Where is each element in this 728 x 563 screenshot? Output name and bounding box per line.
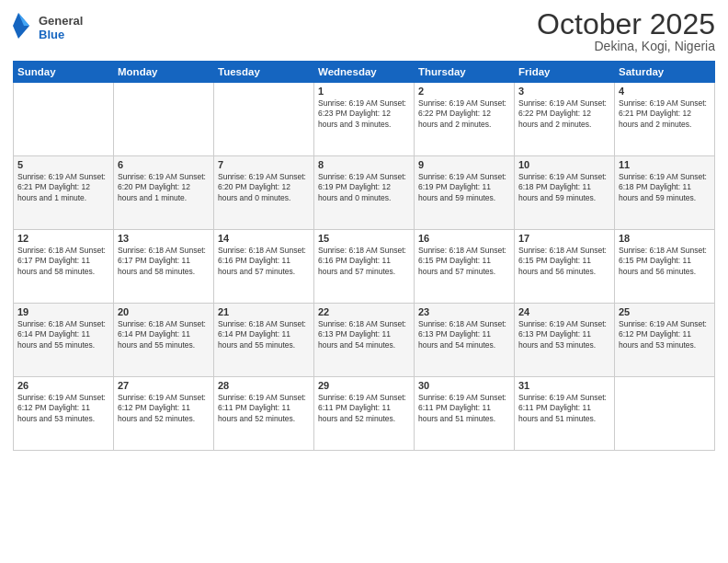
page-header: General Blue October 2025 Dekina, Kogi, … [13, 9, 715, 53]
day-info: Sunrise: 6:18 AM Sunset: 6:15 PM Dayligh… [619, 246, 711, 277]
day-info: Sunrise: 6:19 AM Sunset: 6:20 PM Dayligh… [218, 172, 310, 203]
table-row: 22Sunrise: 6:18 AM Sunset: 6:13 PM Dayli… [314, 304, 415, 377]
day-info: Sunrise: 6:19 AM Sunset: 6:18 PM Dayligh… [619, 172, 711, 203]
day-info: Sunrise: 6:19 AM Sunset: 6:11 PM Dayligh… [518, 393, 610, 424]
day-number: 19 [17, 306, 109, 317]
table-row [615, 377, 715, 451]
day-info: Sunrise: 6:19 AM Sunset: 6:22 PM Dayligh… [518, 98, 610, 130]
col-saturday: Saturday [615, 62, 715, 83]
title-block: October 2025 Dekina, Kogi, Nigeria [537, 9, 715, 53]
day-info: Sunrise: 6:18 AM Sunset: 6:14 PM Dayligh… [118, 319, 210, 350]
day-info: Sunrise: 6:18 AM Sunset: 6:15 PM Dayligh… [518, 246, 610, 277]
day-info: Sunrise: 6:19 AM Sunset: 6:19 PM Dayligh… [318, 172, 410, 203]
table-row: 6Sunrise: 6:19 AM Sunset: 6:20 PM Daylig… [114, 156, 214, 230]
table-row: 11Sunrise: 6:19 AM Sunset: 6:18 PM Dayli… [615, 156, 715, 230]
table-row: 1Sunrise: 6:19 AM Sunset: 6:23 PM Daylig… [314, 83, 415, 156]
day-number: 4 [619, 86, 711, 97]
day-info: Sunrise: 6:19 AM Sunset: 6:12 PM Dayligh… [118, 393, 210, 424]
table-row: 28Sunrise: 6:19 AM Sunset: 6:11 PM Dayli… [214, 377, 314, 451]
month-title: October 2025 [537, 9, 715, 39]
day-info: Sunrise: 6:19 AM Sunset: 6:13 PM Dayligh… [518, 319, 610, 350]
day-info: Sunrise: 6:19 AM Sunset: 6:11 PM Dayligh… [318, 393, 410, 424]
day-info: Sunrise: 6:18 AM Sunset: 6:16 PM Dayligh… [218, 246, 310, 277]
day-info: Sunrise: 6:18 AM Sunset: 6:13 PM Dayligh… [318, 319, 410, 350]
table-row [14, 83, 114, 156]
table-row: 19Sunrise: 6:18 AM Sunset: 6:14 PM Dayli… [14, 304, 114, 377]
table-row: 17Sunrise: 6:18 AM Sunset: 6:15 PM Dayli… [515, 230, 615, 304]
day-number: 10 [518, 159, 610, 170]
day-info: Sunrise: 6:19 AM Sunset: 6:20 PM Dayligh… [118, 172, 210, 203]
day-number: 25 [619, 306, 711, 317]
day-number: 12 [17, 233, 109, 244]
day-number: 17 [518, 233, 610, 244]
day-number: 7 [218, 159, 310, 170]
day-number: 14 [218, 233, 310, 244]
day-number: 24 [518, 306, 610, 317]
table-row: 27Sunrise: 6:19 AM Sunset: 6:12 PM Dayli… [114, 377, 214, 451]
day-number: 13 [118, 233, 210, 244]
table-row: 8Sunrise: 6:19 AM Sunset: 6:19 PM Daylig… [314, 156, 415, 230]
logo-svg: General Blue [13, 9, 86, 46]
table-row: 4Sunrise: 6:19 AM Sunset: 6:21 PM Daylig… [615, 83, 715, 156]
table-row [214, 83, 314, 156]
col-wednesday: Wednesday [314, 62, 415, 83]
table-row: 9Sunrise: 6:19 AM Sunset: 6:19 PM Daylig… [415, 156, 515, 230]
table-row: 12Sunrise: 6:18 AM Sunset: 6:17 PM Dayli… [14, 230, 114, 304]
table-row: 31Sunrise: 6:19 AM Sunset: 6:11 PM Dayli… [515, 377, 615, 451]
table-row: 3Sunrise: 6:19 AM Sunset: 6:22 PM Daylig… [515, 83, 615, 156]
day-number: 29 [318, 380, 410, 391]
day-number: 26 [17, 380, 109, 391]
table-row: 18Sunrise: 6:18 AM Sunset: 6:15 PM Dayli… [615, 230, 715, 304]
day-number: 21 [218, 306, 310, 317]
day-info: Sunrise: 6:19 AM Sunset: 6:22 PM Dayligh… [418, 98, 510, 130]
table-row: 10Sunrise: 6:19 AM Sunset: 6:18 PM Dayli… [515, 156, 615, 230]
day-info: Sunrise: 6:19 AM Sunset: 6:21 PM Dayligh… [17, 172, 109, 203]
col-friday: Friday [515, 62, 615, 83]
table-row: 15Sunrise: 6:18 AM Sunset: 6:16 PM Dayli… [314, 230, 415, 304]
col-thursday: Thursday [415, 62, 515, 83]
day-number: 6 [118, 159, 210, 170]
day-number: 31 [518, 380, 610, 391]
calendar-week-row: 1Sunrise: 6:19 AM Sunset: 6:23 PM Daylig… [14, 83, 715, 156]
table-row: 29Sunrise: 6:19 AM Sunset: 6:11 PM Dayli… [314, 377, 415, 451]
day-number: 2 [418, 86, 510, 97]
day-info: Sunrise: 6:19 AM Sunset: 6:19 PM Dayligh… [418, 172, 510, 203]
day-info: Sunrise: 6:18 AM Sunset: 6:13 PM Dayligh… [418, 319, 510, 350]
day-number: 23 [418, 306, 510, 317]
day-number: 22 [318, 306, 410, 317]
day-number: 16 [418, 233, 510, 244]
day-number: 3 [518, 86, 610, 97]
day-info: Sunrise: 6:19 AM Sunset: 6:23 PM Dayligh… [318, 98, 410, 130]
calendar-week-row: 19Sunrise: 6:18 AM Sunset: 6:14 PM Dayli… [14, 304, 715, 377]
col-sunday: Sunday [14, 62, 114, 83]
day-info: Sunrise: 6:19 AM Sunset: 6:12 PM Dayligh… [619, 319, 711, 350]
svg-text:Blue: Blue [39, 28, 64, 41]
calendar-table: Sunday Monday Tuesday Wednesday Thursday… [13, 61, 715, 451]
day-info: Sunrise: 6:19 AM Sunset: 6:21 PM Dayligh… [619, 98, 711, 130]
day-number: 9 [418, 159, 510, 170]
table-row: 14Sunrise: 6:18 AM Sunset: 6:16 PM Dayli… [214, 230, 314, 304]
table-row: 25Sunrise: 6:19 AM Sunset: 6:12 PM Dayli… [615, 304, 715, 377]
day-info: Sunrise: 6:19 AM Sunset: 6:11 PM Dayligh… [218, 393, 310, 424]
day-number: 28 [218, 380, 310, 391]
day-info: Sunrise: 6:18 AM Sunset: 6:14 PM Dayligh… [17, 319, 109, 350]
day-number: 15 [318, 233, 410, 244]
table-row: 2Sunrise: 6:19 AM Sunset: 6:22 PM Daylig… [415, 83, 515, 156]
day-number: 11 [619, 159, 711, 170]
day-number: 5 [17, 159, 109, 170]
table-row: 26Sunrise: 6:19 AM Sunset: 6:12 PM Dayli… [14, 377, 114, 451]
day-number: 27 [118, 380, 210, 391]
table-row: 20Sunrise: 6:18 AM Sunset: 6:14 PM Dayli… [114, 304, 214, 377]
day-info: Sunrise: 6:19 AM Sunset: 6:11 PM Dayligh… [418, 393, 510, 424]
day-info: Sunrise: 6:19 AM Sunset: 6:18 PM Dayligh… [518, 172, 610, 203]
table-row: 23Sunrise: 6:18 AM Sunset: 6:13 PM Dayli… [415, 304, 515, 377]
table-row: 24Sunrise: 6:19 AM Sunset: 6:13 PM Dayli… [515, 304, 615, 377]
table-row: 30Sunrise: 6:19 AM Sunset: 6:11 PM Dayli… [415, 377, 515, 451]
calendar-week-row: 5Sunrise: 6:19 AM Sunset: 6:21 PM Daylig… [14, 156, 715, 230]
svg-text:General: General [39, 14, 83, 28]
table-row: 13Sunrise: 6:18 AM Sunset: 6:17 PM Dayli… [114, 230, 214, 304]
logo: General Blue [13, 9, 86, 46]
calendar-week-row: 26Sunrise: 6:19 AM Sunset: 6:12 PM Dayli… [14, 377, 715, 451]
day-info: Sunrise: 6:18 AM Sunset: 6:17 PM Dayligh… [17, 246, 109, 277]
day-info: Sunrise: 6:18 AM Sunset: 6:14 PM Dayligh… [218, 319, 310, 350]
